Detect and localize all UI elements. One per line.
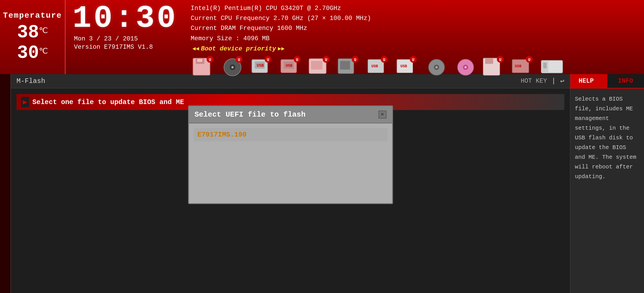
svg-point-41 <box>464 66 467 68</box>
svg-text:U: U <box>296 58 298 62</box>
select-file-text: Select one file to update BIOS and ME <box>32 98 184 106</box>
cpu-temp-value: 38 <box>17 23 39 42</box>
boot-icons-row: U U USB U <box>191 55 638 78</box>
boot-device-4[interactable]: USB U <box>278 55 305 78</box>
dialog-title: Select UEFI file to flash <box>195 110 306 119</box>
sys-info-text: Intel(R) Pentium(R) CPU G3420T @ 2.70GHz… <box>191 3 638 44</box>
right-panel: HELP ▼ INFO Selects a BIOS file, include… <box>570 74 644 293</box>
boot-device-3[interactable]: USB U <box>249 55 276 78</box>
svg-rect-21 <box>311 61 322 70</box>
svg-text:U: U <box>528 58 530 62</box>
svg-text:USB: USB <box>515 64 522 68</box>
hotkey-label: HOT KEY <box>521 78 547 85</box>
svg-text:USB: USB <box>400 64 407 68</box>
pipe-icon: | <box>552 77 555 85</box>
tab-arrow-icon: ▼ <box>595 78 599 84</box>
boot-device-13[interactable] <box>539 55 566 78</box>
sys-info-section: Intel(R) Pentium(R) CPU G3420T @ 2.70GHz… <box>185 0 644 74</box>
dialog-box: Select UEFI file to flash × E7917IMS.190 <box>188 105 393 204</box>
sys-line3: Current DRAM Frequency 1600 MHz <box>191 23 638 33</box>
svg-rect-25 <box>340 61 350 70</box>
mb-temp-unit: ℃ <box>39 46 48 56</box>
sys-line2: Current CPU Frequency 2.70 GHz (27 × 100… <box>191 13 638 23</box>
sys-line1: Intel(R) Pentium(R) CPU G3420T @ 2.70GHz <box>191 3 638 13</box>
svg-rect-43 <box>485 58 493 64</box>
boot-device-2[interactable]: U <box>220 55 247 78</box>
svg-rect-2 <box>197 59 202 62</box>
dialog-overlay: Select UEFI file to flash × E7917IMS.190 <box>188 105 393 204</box>
tab-help-label: HELP <box>579 78 594 85</box>
svg-text:U: U <box>412 58 414 62</box>
svg-text:U: U <box>209 58 211 62</box>
dialog-body: E7917IMS.190 <box>189 123 392 203</box>
boot-device-9[interactable] <box>423 55 450 78</box>
mb-temp-row: 30 ℃ <box>17 44 48 62</box>
left-panel <box>0 74 11 293</box>
mflash-title: M-Flash <box>17 77 45 85</box>
top-bar: Temperature 38 ℃ 30 ℃ 10:30 Mon 3 / 23 /… <box>0 0 644 74</box>
right-arrows-icon: ►► <box>278 46 285 52</box>
svg-text:USB: USB <box>257 63 264 68</box>
clock-section: 10:30 Mon 3 / 23 / 2015 Version E7917IMS… <box>65 0 185 74</box>
boot-device-11[interactable]: U <box>481 55 508 78</box>
boot-device-5[interactable]: U <box>307 55 334 78</box>
help-divider <box>570 88 644 89</box>
boot-device-12[interactable]: USB U <box>510 55 537 78</box>
boot-device-6[interactable]: U <box>336 55 363 78</box>
boot-device-7[interactable]: USB U <box>365 55 392 78</box>
svg-text:U: U <box>238 58 240 62</box>
date-text: Mon 3 / 23 / 2015 <box>71 35 138 42</box>
center-panel: M-Flash HOT KEY | ↩ ▶ Select one file to… <box>11 74 570 293</box>
svg-text:U: U <box>354 58 356 62</box>
svg-text:U: U <box>267 58 269 62</box>
back-icon[interactable]: ↩ <box>560 77 564 85</box>
svg-rect-52 <box>543 63 547 68</box>
dialog-close-button[interactable]: × <box>378 111 386 119</box>
dialog-header: Select UEFI file to flash × <box>189 106 392 123</box>
temperature-label: Temperature <box>3 11 62 20</box>
help-content: Selects a BIOS file, includes ME managem… <box>570 90 644 186</box>
boot-device-10[interactable] <box>452 55 479 78</box>
boot-device-8[interactable]: USB U <box>394 55 421 78</box>
arrow-icon: ▶ <box>21 97 29 107</box>
svg-text:U: U <box>325 58 327 62</box>
hotkey-area: HOT KEY | ↩ <box>521 77 564 85</box>
clock-display: 10:30 <box>73 3 178 34</box>
temperature-section: Temperature 38 ℃ 30 ℃ <box>0 0 65 74</box>
tab-info-label: INFO <box>618 78 633 85</box>
svg-point-7 <box>231 66 234 68</box>
version-text: Version E7917IMS V1.8 <box>71 44 153 51</box>
cpu-temp-row: 38 ℃ <box>17 23 48 42</box>
svg-text:U: U <box>383 58 385 62</box>
svg-text:U: U <box>499 58 501 62</box>
file-item[interactable]: E7917IMS.190 <box>194 128 388 141</box>
boot-priority-label: Boot device priority <box>201 45 276 52</box>
svg-point-38 <box>435 66 438 68</box>
svg-text:USB: USB <box>371 64 378 68</box>
sys-line4: Memory Size : 4096 MB <box>191 34 638 44</box>
mb-temp-value: 30 <box>17 44 39 62</box>
boot-priority-bar: ◄◄ Boot device priority ►► <box>191 45 638 52</box>
boot-device-1[interactable]: U <box>191 55 218 78</box>
cpu-temp-unit: ℃ <box>39 26 48 35</box>
svg-text:USB: USB <box>286 64 293 68</box>
main-area: M-Flash HOT KEY | ↩ ▶ Select one file to… <box>0 74 644 293</box>
left-arrows-icon: ◄◄ <box>192 46 199 52</box>
content-area: ▶ Select one file to update BIOS and ME … <box>11 88 570 293</box>
